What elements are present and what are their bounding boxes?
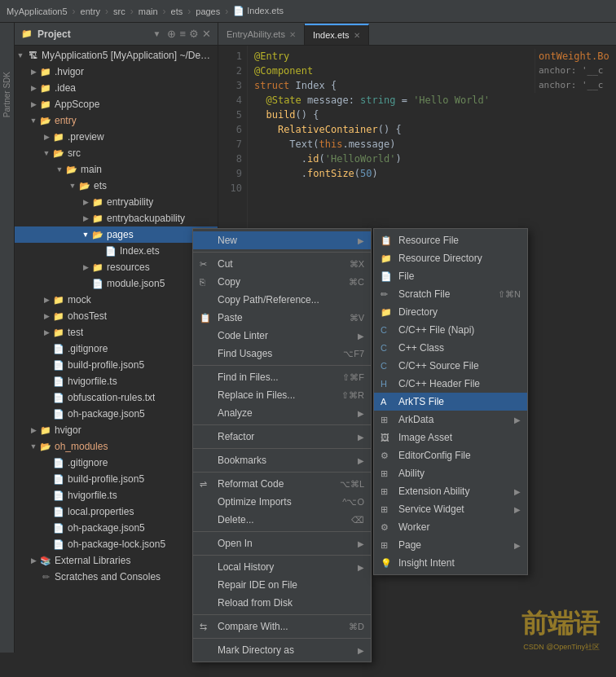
- settings-icon[interactable]: ⚙: [189, 28, 199, 40]
- separator: [193, 424, 371, 425]
- add-icon[interactable]: ⊕: [167, 28, 176, 40]
- copy-icon: ⎘: [200, 277, 213, 287]
- tree-item-entrybackupability[interactable]: ▶ 📁 entrybackupability: [15, 210, 218, 226]
- submenu-item-cpp-class[interactable]: C C++ Class: [374, 339, 527, 357]
- tree-item-build-profile2[interactable]: 📄 build-profile.json5: [15, 471, 218, 487]
- menu-item-new[interactable]: New ▶: [193, 231, 371, 249]
- tree-item-ext-libraries[interactable]: ▶ 📚 External Libraries: [15, 552, 218, 569]
- menu-item-replace-files[interactable]: Replace in Files... ⇧⌘R: [193, 386, 371, 404]
- submenu-item-resource-file[interactable]: 📋 Resource File: [374, 231, 527, 249]
- tree-item-local-properties[interactable]: 📄 local.properties: [15, 503, 218, 520]
- submenu-item-scratch-file[interactable]: ✏ Scratch File ⇧⌘N: [374, 285, 527, 303]
- tree-item-preview[interactable]: ▶ 📁 .preview: [15, 129, 218, 145]
- json-file-icon: 📄: [52, 539, 65, 550]
- submenu-item-directory[interactable]: 📁 Directory: [374, 303, 527, 321]
- submenu-item-editorconfig[interactable]: ⚙ EditorConfig File: [374, 446, 527, 464]
- submenu-item-arkts[interactable]: A ArkTS File: [374, 393, 527, 411]
- tree-item-gitignore2[interactable]: 📄 .gitignore: [15, 455, 218, 471]
- tree-item-main[interactable]: ▼ 📂 main: [15, 161, 218, 178]
- menu-item-open-in[interactable]: Open In ▶: [193, 534, 371, 552]
- submenu-item-cpp-header[interactable]: H C/C++ Header File: [374, 375, 527, 393]
- tree-item-resources[interactable]: ▶ 📁 resources: [15, 259, 218, 275]
- tab-index-ets[interactable]: Index.ets ✕: [305, 24, 369, 45]
- close-icon[interactable]: ✕: [202, 28, 211, 40]
- menu-item-copy[interactable]: ⎘ Copy ⌘C: [193, 273, 371, 291]
- tree-item-src[interactable]: ▼ 📂 src: [15, 145, 218, 161]
- tab-index-ets-label: Index.ets: [313, 30, 350, 40]
- tree-item-oh-package2[interactable]: 📄 oh-package.json5: [15, 520, 218, 536]
- menu-item-reload-disk[interactable]: Reload from Disk: [193, 594, 371, 612]
- tree-item-root[interactable]: ▼ 🏗 MyApplication5 [MyApplication] ~/Dev…: [15, 47, 218, 64]
- menu-item-find-files[interactable]: Find in Files... ⇧⌘F: [193, 368, 371, 386]
- submenu-item-ability[interactable]: ⊞ Ability: [374, 464, 527, 482]
- submenu-item-resource-dir[interactable]: 📁 Resource Directory: [374, 249, 527, 267]
- collapse-icon[interactable]: ≡: [179, 28, 186, 40]
- menu-item-paste[interactable]: 📋 Paste ⌘V: [193, 309, 371, 327]
- menu-item-compare-label: Compare With...: [218, 621, 344, 632]
- menu-item-cut[interactable]: ✂ Cut ⌘X: [193, 255, 371, 273]
- tab-close-icon[interactable]: ✕: [289, 30, 296, 39]
- menu-item-local-history[interactable]: Local History ▶: [193, 558, 371, 576]
- tree-item-appscope[interactable]: ▶ 📁 AppScope: [15, 96, 218, 112]
- tab-entry-ability[interactable]: EntryAbility.ets ✕: [218, 24, 305, 45]
- tree-item-hvigorfile2[interactable]: 📄 hvigorfile.ts: [15, 487, 218, 503]
- menu-item-code-linter-label: Code Linter: [218, 330, 350, 341]
- separator: [193, 448, 371, 449]
- tree-item-ets[interactable]: ▼ 📂 ets: [15, 178, 218, 194]
- chevron-right-icon: ▶: [41, 312, 52, 320]
- menu-item-analyze[interactable]: Analyze ▶: [193, 404, 371, 422]
- arrow-icon: ▶: [514, 487, 521, 496]
- tree-item-pages[interactable]: ▼ 📂 pages: [15, 226, 218, 243]
- submenu-item-cpp-source[interactable]: C C/C++ Source File: [374, 357, 527, 375]
- menu-item-bookmarks[interactable]: Bookmarks ▶: [193, 451, 371, 469]
- tree-item-test[interactable]: ▶ 📁 test: [15, 324, 218, 341]
- tree-item-hvigorfile[interactable]: 📄 hvigorfile.ts: [15, 373, 218, 389]
- menu-item-refactor[interactable]: Refactor ▶: [193, 428, 371, 446]
- tree-item-hvigor[interactable]: ▶ 📁 .hvigor: [15, 64, 218, 80]
- tree-item-entryability[interactable]: ▶ 📁 entryability: [15, 194, 218, 210]
- tree-item-oh-package[interactable]: 📄 oh-package.json5: [15, 406, 218, 422]
- tree-item-idea[interactable]: ▶ 📁 .idea: [15, 80, 218, 96]
- tree-item-build-profile[interactable]: 📄 build-profile.json5: [15, 357, 218, 373]
- tree-item-oh-modules[interactable]: ▼ 📂 oh_modules: [15, 438, 218, 455]
- menu-item-copy-path[interactable]: Copy Path/Reference...: [193, 291, 371, 309]
- project-panel-header: 📁 Project ▼ ⊕ ≡ ⚙ ✕: [15, 23, 218, 46]
- tree-item-obfuscation[interactable]: 📄 obfuscation-rules.txt: [15, 389, 218, 406]
- tab-close-icon[interactable]: ✕: [354, 31, 360, 40]
- menu-item-delete[interactable]: Delete... ⌫: [193, 511, 371, 529]
- menu-item-find-usages[interactable]: Find Usages ⌥F7: [193, 345, 371, 363]
- submenu-item-worker[interactable]: ⚙ Worker: [374, 518, 527, 536]
- submenu-item-file[interactable]: 📄 File: [374, 267, 527, 285]
- submenu-item-image-asset[interactable]: 🖼 Image Asset: [374, 429, 527, 446]
- menu-item-compare[interactable]: ⇆ Compare With... ⌘D: [193, 618, 371, 635]
- arrow-icon: ▶: [514, 415, 521, 424]
- tree-label-local-properties: local.properties: [68, 506, 134, 517]
- submenu-label-cpp-napi: C/C++ File (Napi): [398, 324, 521, 336]
- tree-item-scratches[interactable]: ✏ Scratches and Consoles: [15, 569, 218, 585]
- submenu-item-service-widget[interactable]: ⊞ Service Widget ▶: [374, 500, 527, 518]
- tree-item-gitignore[interactable]: 📄 .gitignore: [15, 341, 218, 357]
- tree-item-module-json5[interactable]: 📄 module.json5: [15, 275, 218, 292]
- menu-item-reformat[interactable]: ⇌ Reformat Code ⌥⌘L: [193, 475, 371, 493]
- submenu-item-page[interactable]: ⊞ Page ▶: [374, 536, 527, 554]
- tree-item-index-ets[interactable]: 📄 Index.ets: [15, 243, 218, 259]
- separator: [193, 531, 371, 532]
- menu-item-mark-dir[interactable]: Mark Directory as ▶: [193, 641, 371, 659]
- tree-item-entry[interactable]: ▼ 📂 entry: [15, 112, 218, 129]
- tree-item-ohostest[interactable]: ▶ 📁 ohosTest: [15, 308, 218, 324]
- tree-item-oh-package-lock[interactable]: 📄 oh-package-lock.json5: [15, 536, 218, 552]
- submenu-item-insight-intent[interactable]: 💡 Insight Intent: [374, 554, 527, 572]
- code-line-9: Text(this.message): [254, 137, 609, 152]
- menu-item-mark-dir-label: Mark Directory as: [218, 644, 350, 656]
- tree-item-mock[interactable]: ▶ 📁 mock: [15, 292, 218, 308]
- submenu-item-arkdata[interactable]: ⊞ ArkData ▶: [374, 411, 527, 429]
- submenu-item-ext-ability[interactable]: ⊞ Extension Ability ▶: [374, 482, 527, 500]
- chevron-right-icon: ▶: [28, 556, 39, 565]
- insight-icon: 💡: [381, 558, 394, 569]
- menu-item-repair-ide[interactable]: Repair IDE on File: [193, 576, 371, 594]
- tree-item-hvigor-root[interactable]: ▶ 📁 hvigor: [15, 422, 218, 438]
- menu-item-code-linter[interactable]: Code Linter ▶: [193, 327, 371, 345]
- menu-item-optimize[interactable]: Optimize Imports ^⌥O: [193, 493, 371, 511]
- submenu-label-resource-dir: Resource Directory: [398, 253, 521, 264]
- submenu-item-cpp-napi[interactable]: C C/C++ File (Napi): [374, 321, 527, 339]
